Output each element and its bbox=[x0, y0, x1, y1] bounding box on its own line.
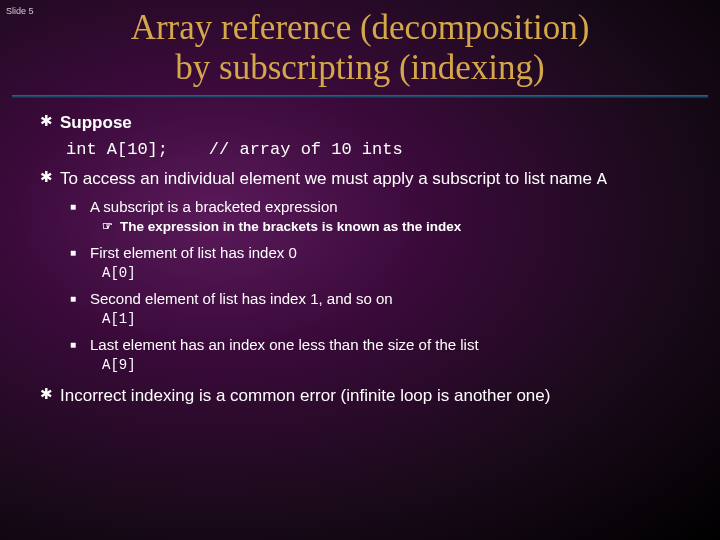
bullet-text: Incorrect indexing is a common error (in… bbox=[60, 385, 694, 406]
code-a9: A[9] bbox=[102, 357, 694, 375]
hand-icon: ☞ bbox=[102, 219, 120, 236]
subsub-bullet-index: ☞ The expression in the brackets is know… bbox=[102, 219, 694, 236]
title-line-2: by subscripting (indexing) bbox=[175, 48, 544, 87]
square-icon: ■ bbox=[70, 290, 90, 309]
sub-bullet-last: ■ Last element has an index one less tha… bbox=[70, 336, 694, 355]
bullet-suppose: ✱ Suppose bbox=[40, 112, 694, 133]
sub-bullet-text: Second element of list has index 1, and … bbox=[90, 290, 694, 309]
bullet-text: Suppose bbox=[60, 112, 694, 133]
star-icon: ✱ bbox=[40, 385, 60, 406]
code-a1: A[1] bbox=[102, 311, 694, 329]
sub-bullet-subscript: ■ A subscript is a bracketed expression bbox=[70, 198, 694, 217]
bullet-text-strong: Suppose bbox=[60, 113, 132, 132]
bullet-text-pre: To access an individual element we must … bbox=[60, 169, 597, 188]
code-comment: // array of 10 ints bbox=[209, 140, 403, 159]
sub-bullet-second: ■ Second element of list has index 1, an… bbox=[70, 290, 694, 309]
square-icon: ■ bbox=[70, 244, 90, 263]
star-icon: ✱ bbox=[40, 112, 60, 133]
code-decl: int A[10]; bbox=[66, 140, 168, 159]
sub-bullet-text: Last element has an index one less than … bbox=[90, 336, 694, 355]
star-icon: ✱ bbox=[40, 168, 60, 190]
bullet-text: To access an individual element we must … bbox=[60, 168, 694, 190]
code-declaration: int A[10]; // array of 10 ints bbox=[66, 139, 694, 160]
inline-code-a: A bbox=[597, 170, 607, 189]
subsub-bullet-text: The expression in the brackets is known … bbox=[120, 219, 694, 236]
square-icon: ■ bbox=[70, 336, 90, 355]
sub-bullet-text: First element of list has index 0 bbox=[90, 244, 694, 263]
sub-bullet-first: ■ First element of list has index 0 bbox=[70, 244, 694, 263]
bullet-incorrect: ✱ Incorrect indexing is a common error (… bbox=[40, 385, 694, 406]
title-line-1: Array reference (decomposition) bbox=[131, 8, 590, 47]
slide-number: Slide 5 bbox=[6, 6, 34, 16]
code-a0: A[0] bbox=[102, 265, 694, 283]
content-area: ✱ Suppose int A[10]; // array of 10 ints… bbox=[0, 112, 720, 406]
title-underline-wrap bbox=[0, 95, 720, 112]
sub-bullet-text: A subscript is a bracketed expression bbox=[90, 198, 694, 217]
title-underline bbox=[12, 95, 708, 98]
square-icon: ■ bbox=[70, 198, 90, 217]
slide-title: Array reference (decomposition) by subsc… bbox=[0, 0, 720, 95]
bullet-access: ✱ To access an individual element we mus… bbox=[40, 168, 694, 190]
